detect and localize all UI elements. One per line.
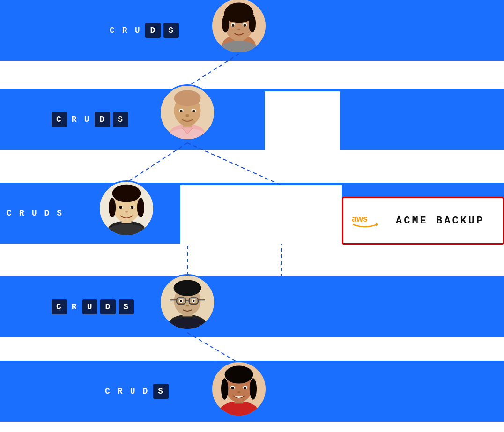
svg-point-30 bbox=[119, 206, 122, 209]
svg-point-5 bbox=[222, 15, 229, 32]
letter-D-5: D bbox=[141, 384, 150, 399]
svg-point-37 bbox=[174, 280, 201, 296]
letter-C-2: C bbox=[52, 112, 67, 127]
svg-point-16 bbox=[174, 90, 201, 106]
svg-point-4 bbox=[226, 3, 251, 17]
svg-point-27 bbox=[112, 185, 141, 202]
svg-point-10 bbox=[244, 24, 246, 27]
face-4-svg bbox=[161, 276, 214, 329]
svg-point-53 bbox=[221, 378, 228, 400]
aws-logo-svg: aws bbox=[351, 211, 379, 230]
aws-backup-card: aws ACME BACKUP bbox=[342, 197, 504, 245]
letter-C-4: C bbox=[52, 299, 67, 314]
letter-C-1: C bbox=[108, 23, 118, 38]
letter-U-2: U bbox=[82, 112, 92, 127]
avatar-1 bbox=[211, 0, 267, 54]
white-card-2 bbox=[180, 185, 342, 244]
letter-R-3: R bbox=[17, 206, 27, 221]
svg-point-57 bbox=[231, 387, 234, 389]
white-card-1 bbox=[265, 91, 340, 150]
letter-U-5: U bbox=[128, 384, 138, 399]
letter-D-3: D bbox=[42, 206, 52, 221]
letter-U-3: U bbox=[30, 206, 40, 221]
svg-point-46 bbox=[193, 300, 195, 302]
face-2-svg bbox=[161, 86, 214, 139]
svg-point-28 bbox=[109, 198, 116, 217]
svg-point-9 bbox=[232, 24, 235, 27]
letter-R-2: R bbox=[70, 112, 80, 127]
svg-point-29 bbox=[137, 198, 144, 217]
letter-U-4: U bbox=[82, 299, 98, 314]
letter-C-3: C bbox=[5, 206, 15, 221]
letter-U-1: U bbox=[133, 23, 143, 38]
aws-logo-area: aws bbox=[343, 207, 386, 235]
letter-S-2: S bbox=[113, 112, 128, 127]
svg-point-11 bbox=[237, 29, 240, 30]
cruds-row-2: C R U D S bbox=[52, 112, 128, 127]
cruds-row-5: C R U D S bbox=[103, 384, 169, 399]
permission-row-4: C R U D S bbox=[0, 276, 504, 337]
svg-point-58 bbox=[244, 387, 246, 389]
cruds-row-3: C R U D S bbox=[5, 206, 65, 221]
letter-S-3: S bbox=[55, 206, 65, 221]
letter-R-4: R bbox=[70, 299, 80, 314]
svg-marker-69 bbox=[376, 223, 378, 226]
svg-point-21 bbox=[185, 114, 189, 117]
acme-backup-label: ACME BACKUP bbox=[386, 210, 494, 231]
face-3-svg bbox=[100, 182, 153, 235]
letter-R-1: R bbox=[120, 23, 130, 38]
svg-point-6 bbox=[249, 15, 256, 32]
svg-point-45 bbox=[180, 300, 182, 302]
letter-D-4: D bbox=[100, 299, 116, 314]
cruds-row-4: C R U D S bbox=[52, 299, 134, 314]
avatar-4 bbox=[159, 274, 215, 330]
letter-D-2: D bbox=[95, 112, 110, 127]
svg-text:aws: aws bbox=[352, 214, 368, 223]
avatar-2 bbox=[159, 84, 215, 141]
svg-point-31 bbox=[131, 206, 134, 209]
svg-point-20 bbox=[192, 110, 195, 112]
svg-point-19 bbox=[180, 110, 183, 112]
face-1-svg bbox=[212, 0, 266, 52]
avatar-3 bbox=[98, 180, 155, 237]
svg-point-54 bbox=[250, 378, 257, 400]
avatar-5 bbox=[211, 361, 267, 417]
svg-point-59 bbox=[237, 391, 240, 393]
letter-R-5: R bbox=[116, 384, 126, 399]
face-5-svg bbox=[212, 362, 266, 416]
letter-S-4: S bbox=[119, 299, 134, 314]
svg-point-47 bbox=[186, 305, 189, 307]
svg-point-22 bbox=[179, 119, 195, 126]
letter-D-1: D bbox=[145, 23, 161, 38]
permission-row-2: C R U D S bbox=[0, 89, 504, 150]
cruds-row-1: C R U D S bbox=[108, 23, 179, 38]
svg-point-52 bbox=[225, 366, 253, 384]
svg-point-32 bbox=[125, 211, 128, 213]
letter-S-1: S bbox=[163, 23, 179, 38]
letter-C-5: C bbox=[103, 384, 113, 399]
letter-S-5: S bbox=[153, 384, 169, 399]
